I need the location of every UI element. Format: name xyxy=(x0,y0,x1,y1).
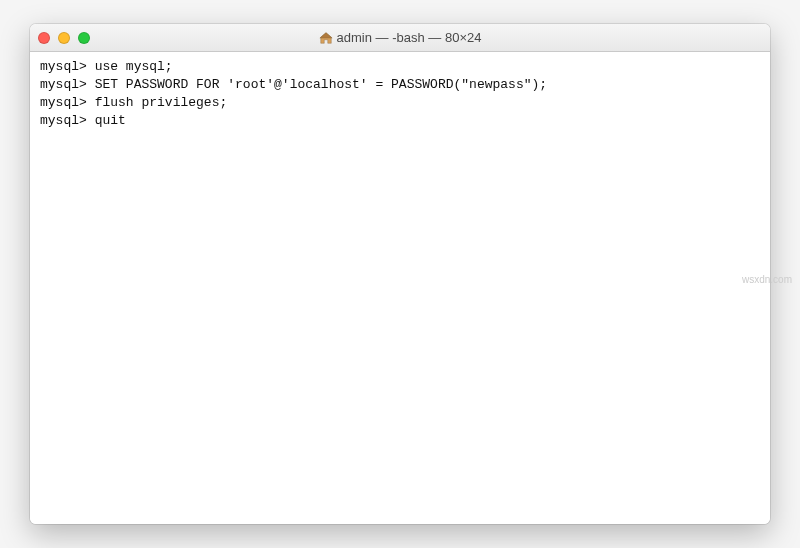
prompt: mysql> xyxy=(40,77,87,92)
command: SET PASSWORD FOR 'root'@'localhost' = PA… xyxy=(95,77,547,92)
traffic-lights xyxy=(38,32,90,44)
command: quit xyxy=(95,113,126,128)
title-bar[interactable]: admin — -bash — 80×24 xyxy=(30,24,770,52)
prompt: mysql> xyxy=(40,113,87,128)
window-title-text: admin — -bash — 80×24 xyxy=(337,30,482,45)
terminal-window: admin — -bash — 80×24 mysql> use mysql;m… xyxy=(30,24,770,524)
window-title: admin — -bash — 80×24 xyxy=(30,30,770,45)
prompt: mysql> xyxy=(40,59,87,74)
terminal-line: mysql> SET PASSWORD FOR 'root'@'localhos… xyxy=(40,76,760,94)
terminal-line: mysql> flush privileges; xyxy=(40,94,760,112)
terminal-body[interactable]: mysql> use mysql;mysql> SET PASSWORD FOR… xyxy=(30,52,770,524)
command: flush privileges; xyxy=(95,95,228,110)
watermark: wsxdn.com xyxy=(742,274,792,285)
command: use mysql; xyxy=(95,59,173,74)
prompt: mysql> xyxy=(40,95,87,110)
maximize-button[interactable] xyxy=(78,32,90,44)
terminal-line: mysql> use mysql; xyxy=(40,58,760,76)
minimize-button[interactable] xyxy=(58,32,70,44)
home-icon xyxy=(319,31,333,45)
terminal-line: mysql> quit xyxy=(40,112,760,130)
close-button[interactable] xyxy=(38,32,50,44)
